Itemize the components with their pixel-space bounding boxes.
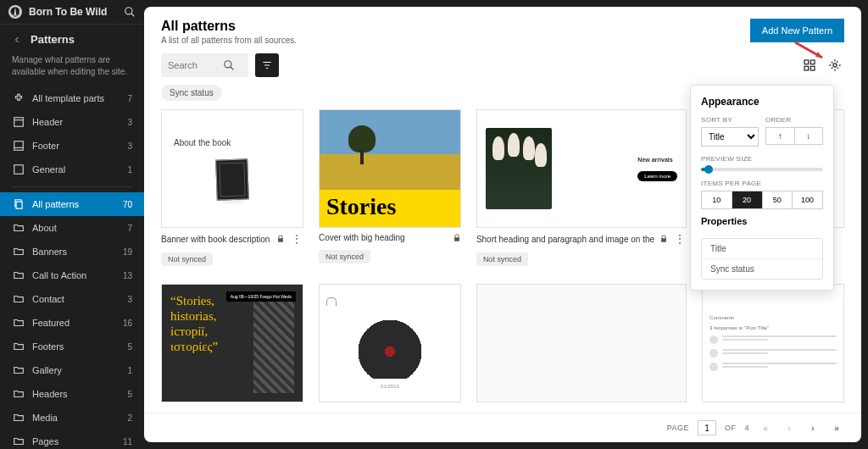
items-per-page-buttons: 102050100 (701, 191, 823, 209)
template-part-item[interactable]: Footer3 (0, 134, 144, 158)
total-pages: 4 (744, 424, 749, 432)
svg-rect-3 (14, 141, 24, 151)
svg-point-11 (833, 64, 837, 67)
sort-by-select[interactable]: Title (701, 127, 759, 147)
first-page-button[interactable]: « (758, 420, 773, 435)
content: All patterns A list of all patterns from… (144, 7, 861, 442)
search-input[interactable] (168, 60, 223, 70)
svg-point-1 (125, 8, 132, 14)
folder-icon (12, 387, 25, 401)
last-page-button[interactable]: » (829, 420, 844, 435)
pattern-category-item[interactable]: Banners19 (0, 240, 144, 263)
pattern-category-item[interactable]: Media2 (0, 406, 144, 430)
lock-icon (276, 235, 285, 243)
pattern-category-item[interactable]: Pages11 (0, 430, 144, 449)
pattern-title: Short heading and paragraph and image on… (476, 235, 654, 244)
add-new-pattern-button[interactable]: Add New Pattern (750, 19, 844, 42)
pattern-thumbnail: 01/2023 (319, 284, 461, 402)
grid-view-button[interactable] (800, 56, 819, 75)
page-title: All patterns (161, 19, 297, 34)
pattern-title: Cover with big heading (319, 233, 448, 242)
footer-icon (12, 139, 25, 152)
svg-rect-9 (804, 66, 809, 70)
pattern-card[interactable] (476, 284, 687, 405)
template-parts-list: All template parts7Header3Footer3General… (0, 86, 144, 181)
pattern-thumbnail: Comments 3 responses to "Post Title" (702, 284, 844, 402)
svg-rect-5 (16, 202, 22, 208)
pattern-thumbnail: New arrivals Learn more (476, 109, 687, 228)
folder-icon (12, 292, 25, 306)
folder-icon (12, 221, 25, 235)
order-label: ORDER (765, 116, 823, 124)
folder-icon (12, 435, 25, 448)
sync-chip: Not synced (476, 252, 528, 266)
items-option-100[interactable]: 100 (793, 191, 822, 208)
sync-chip: Not synced (319, 250, 370, 263)
pattern-thumbnail: Stories (319, 109, 461, 228)
back-nav[interactable]: Patterns (0, 25, 144, 54)
folder-icon (12, 245, 25, 258)
sort-by-label: SORT BY (701, 116, 759, 124)
pattern-category-item[interactable]: Headers5 (0, 382, 144, 406)
pattern-card[interactable]: 01/2023 (319, 284, 461, 405)
pattern-category-item[interactable]: Gallery1 (0, 358, 144, 382)
pattern-card[interactable]: Comments 3 responses to "Post Title" (702, 284, 844, 405)
general-icon (12, 163, 25, 176)
property-item[interactable]: Title (702, 239, 822, 259)
settings-button[interactable] (826, 56, 844, 75)
svg-rect-10 (810, 66, 815, 70)
popover-title: Appearance (701, 96, 823, 108)
template-part-item[interactable]: General1 (0, 158, 144, 181)
pattern-category-item[interactable]: Featured16 (0, 311, 144, 335)
paperclip-icon (326, 297, 337, 306)
of-label: OF (725, 424, 737, 432)
filter-button[interactable] (255, 53, 279, 77)
lock-icon (453, 234, 461, 242)
pattern-category-item[interactable]: All patterns70 (0, 192, 144, 216)
pattern-category-item[interactable]: Footers5 (0, 335, 144, 358)
sync-status-chip[interactable]: Sync status (161, 85, 222, 101)
order-asc-button[interactable]: ↑ (766, 128, 795, 144)
section-description: Manage what patterns are available when … (0, 54, 144, 86)
appearance-popover: Appearance SORT BY Title ORDER ↑ ↓ PREVI… (690, 85, 834, 291)
more-button[interactable]: ⋮ (290, 233, 303, 245)
items-per-page-label: ITEMS PER PAGE (701, 180, 823, 187)
pattern-card[interactable]: New arrivals Learn more Short heading an… (476, 109, 687, 269)
copy-icon (12, 197, 25, 211)
pattern-card[interactable]: Stories, historias, історії, ιστορίες Au… (161, 284, 303, 405)
page-input[interactable] (698, 420, 716, 435)
pattern-title: Banner with book description (161, 235, 271, 244)
svg-rect-4 (14, 165, 24, 175)
svg-point-6 (225, 61, 231, 68)
pattern-category-item[interactable]: Call to Action13 (0, 263, 144, 287)
items-option-20[interactable]: 20 (732, 191, 763, 208)
properties-list: TitleSync status (701, 238, 823, 280)
pattern-category-item[interactable]: About7 (0, 216, 144, 240)
prev-page-button[interactable]: ‹ (782, 420, 797, 435)
page-label: PAGE (667, 424, 689, 432)
pattern-card[interactable]: Stories Cover with big heading Not synce… (319, 109, 461, 269)
folder-icon (12, 316, 25, 330)
divider (12, 186, 132, 187)
order-desc-button[interactable]: ↓ (795, 128, 823, 144)
property-item[interactable]: Sync status (702, 259, 822, 279)
search-input-wrapper[interactable] (161, 53, 248, 77)
preview-size-slider[interactable] (701, 168, 823, 171)
pattern-card[interactable]: About the book Banner with book descript… (161, 109, 303, 269)
preview-size-label: PREVIEW SIZE (701, 155, 823, 163)
svg-rect-7 (804, 60, 809, 64)
next-page-button[interactable]: › (805, 420, 821, 435)
pattern-category-item[interactable]: Contact3 (0, 287, 144, 311)
folder-icon (12, 269, 25, 282)
sync-chip: Not synced (161, 252, 213, 266)
pattern-thumbnail: About the book (161, 109, 303, 228)
lock-icon (659, 235, 668, 243)
items-option-10[interactable]: 10 (702, 191, 732, 208)
items-option-50[interactable]: 50 (763, 191, 793, 208)
top-search-icon[interactable] (124, 6, 136, 18)
wordpress-logo-icon[interactable] (8, 5, 22, 19)
template-part-item[interactable]: All template parts7 (0, 86, 144, 110)
template-part-item[interactable]: Header3 (0, 110, 144, 134)
header-icon (12, 115, 25, 129)
more-button[interactable]: ⋮ (673, 233, 687, 245)
